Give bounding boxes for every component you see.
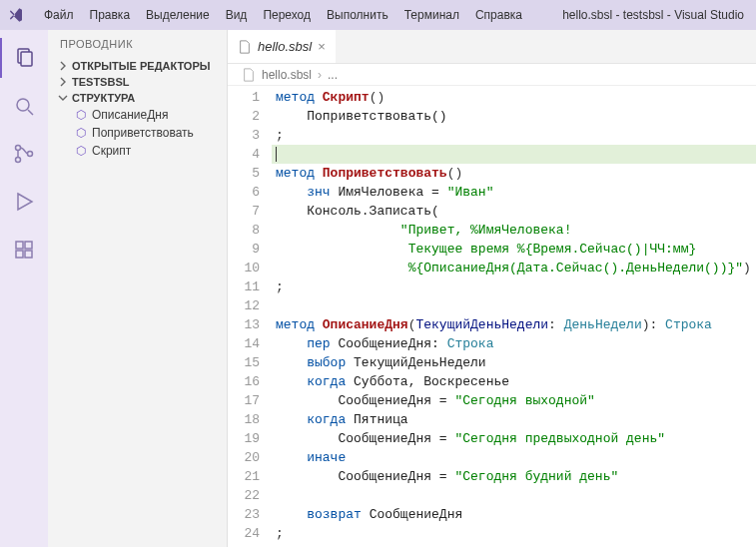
tab-bar: hello.sbsl × <box>228 30 756 64</box>
section-label: TESTSBSL <box>72 76 129 88</box>
outline-item-label: Скрипт <box>92 144 131 158</box>
menu-terminal[interactable]: Терминал <box>396 4 467 26</box>
outline-item-label: Поприветствовать <box>92 126 194 140</box>
chevron-down-icon <box>58 93 68 103</box>
menu-run[interactable]: Выполнить <box>319 4 396 26</box>
svg-rect-8 <box>16 251 23 258</box>
breadcrumb-file: hello.sbsl <box>262 68 312 82</box>
method-icon: ⬡ <box>76 108 86 122</box>
section-open-editors[interactable]: ОТКРЫТЫЕ РЕДАКТОРЫ <box>52 58 223 74</box>
menu-file[interactable]: Файл <box>36 4 82 26</box>
file-icon <box>242 68 256 82</box>
svg-rect-7 <box>16 242 23 249</box>
section-workspace[interactable]: TESTSBSL <box>52 74 223 90</box>
activity-bar <box>0 30 48 547</box>
close-icon[interactable]: × <box>318 39 326 54</box>
section-outline[interactable]: СТРУКТУРА <box>52 90 223 106</box>
method-icon: ⬡ <box>76 126 86 140</box>
svg-point-2 <box>17 99 29 111</box>
line-gutter: 123456789101112131415161718192021222324 <box>228 86 272 547</box>
outline-item[interactable]: ⬡ ОписаниеДня <box>52 106 223 124</box>
tab-label: hello.sbsl <box>258 39 312 54</box>
sidebar: ПРОВОДНИК ОТКРЫТЫЕ РЕДАКТОРЫ TESTSBSL СТ… <box>48 30 228 547</box>
source-control-icon[interactable] <box>0 134 48 174</box>
explorer-icon[interactable] <box>0 38 48 78</box>
svg-point-6 <box>28 152 33 157</box>
code-editor[interactable]: 123456789101112131415161718192021222324 … <box>228 86 756 547</box>
svg-point-5 <box>16 158 21 163</box>
menu-selection[interactable]: Выделение <box>138 4 218 26</box>
editor-tab[interactable]: hello.sbsl × <box>228 30 336 63</box>
extensions-icon[interactable] <box>0 230 48 270</box>
menu-edit[interactable]: Правка <box>82 4 139 26</box>
outline-item-label: ОписаниеДня <box>92 108 168 122</box>
breadcrumb[interactable]: hello.sbsl › ... <box>228 64 756 86</box>
run-debug-icon[interactable] <box>0 182 48 222</box>
chevron-right-icon: › <box>318 68 322 82</box>
outline-item[interactable]: ⬡ Поприветствовать <box>52 124 223 142</box>
code-content[interactable]: метод Скрипт() Поприветствовать();метод … <box>272 86 756 547</box>
section-label: СТРУКТУРА <box>72 92 135 104</box>
menu-help[interactable]: Справка <box>467 4 530 26</box>
method-icon: ⬡ <box>76 144 86 158</box>
file-icon <box>238 40 252 54</box>
sidebar-title: ПРОВОДНИК <box>48 30 227 58</box>
section-label: ОТКРЫТЫЕ РЕДАКТОРЫ <box>72 60 211 72</box>
svg-rect-1 <box>21 52 32 66</box>
chevron-right-icon <box>58 77 68 87</box>
svg-point-4 <box>16 146 21 151</box>
svg-rect-10 <box>25 242 32 249</box>
chevron-right-icon <box>58 61 68 71</box>
vscode-logo-icon <box>8 7 24 23</box>
breadcrumb-more: ... <box>328 68 338 82</box>
menu-bar: Файл Правка Выделение Вид Переход Выполн… <box>36 4 530 26</box>
outline-item[interactable]: ⬡ Скрипт <box>52 142 223 160</box>
editor-area: hello.sbsl × hello.sbsl › ... 1234567891… <box>228 30 756 547</box>
window-title: hello.sbsl - testsbsl - Visual Studio <box>562 8 748 22</box>
menu-view[interactable]: Вид <box>218 4 256 26</box>
search-icon[interactable] <box>0 86 48 126</box>
titlebar: Файл Правка Выделение Вид Переход Выполн… <box>0 0 756 30</box>
svg-rect-9 <box>25 251 32 258</box>
svg-line-3 <box>28 110 33 115</box>
menu-go[interactable]: Переход <box>255 4 319 26</box>
